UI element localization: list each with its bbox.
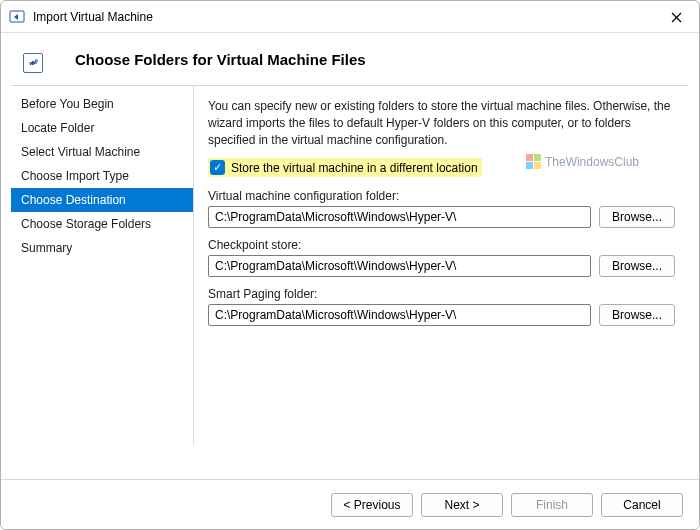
config-folder-input[interactable]	[208, 206, 591, 228]
sidebar-item-summary[interactable]: Summary	[11, 236, 193, 260]
checkpoint-store-group: Checkpoint store: Browse...	[208, 238, 675, 277]
store-different-location-checkbox[interactable]: ✓	[210, 160, 225, 175]
smart-paging-browse-button[interactable]: Browse...	[599, 304, 675, 326]
windows-logo-icon	[526, 154, 541, 169]
header-icon	[23, 53, 43, 73]
smart-paging-input[interactable]	[208, 304, 591, 326]
sidebar-item-before-you-begin[interactable]: Before You Begin	[11, 92, 193, 116]
checkpoint-store-label: Checkpoint store:	[208, 238, 675, 252]
sidebar-item-choose-import-type[interactable]: Choose Import Type	[11, 164, 193, 188]
config-folder-group: Virtual machine configuration folder: Br…	[208, 189, 675, 228]
titlebar: Import Virtual Machine	[1, 1, 699, 33]
app-icon	[9, 9, 25, 25]
sidebar-item-select-vm[interactable]: Select Virtual Machine	[11, 140, 193, 164]
wizard-header: Choose Folders for Virtual Machine Files	[1, 33, 699, 85]
close-icon	[671, 12, 682, 23]
wizard-steps-sidebar: Before You Begin Locate Folder Select Vi…	[11, 85, 193, 445]
sidebar-item-choose-storage-folders[interactable]: Choose Storage Folders	[11, 212, 193, 236]
check-icon: ✓	[213, 162, 222, 173]
window-title: Import Virtual Machine	[33, 10, 153, 24]
store-different-location-row: ✓ Store the virtual machine in a differe…	[208, 158, 482, 177]
wizard-content: You can specify new or existing folders …	[193, 85, 689, 445]
config-folder-browse-button[interactable]: Browse...	[599, 206, 675, 228]
description-text: You can specify new or existing folders …	[208, 98, 675, 148]
finish-button: Finish	[511, 493, 593, 517]
checkpoint-store-input[interactable]	[208, 255, 591, 277]
close-button[interactable]	[653, 1, 699, 33]
sidebar-item-locate-folder[interactable]: Locate Folder	[11, 116, 193, 140]
smart-paging-label: Smart Paging folder:	[208, 287, 675, 301]
cancel-button[interactable]: Cancel	[601, 493, 683, 517]
wizard-footer: < Previous Next > Finish Cancel	[1, 479, 699, 529]
next-button[interactable]: Next >	[421, 493, 503, 517]
page-title: Choose Folders for Virtual Machine Files	[75, 51, 366, 68]
previous-button[interactable]: < Previous	[331, 493, 413, 517]
store-different-location-label: Store the virtual machine in a different…	[231, 161, 478, 175]
watermark: TheWindowsClub	[526, 154, 639, 169]
sidebar-item-choose-destination[interactable]: Choose Destination	[11, 188, 193, 212]
checkpoint-store-browse-button[interactable]: Browse...	[599, 255, 675, 277]
config-folder-label: Virtual machine configuration folder:	[208, 189, 675, 203]
smart-paging-group: Smart Paging folder: Browse...	[208, 287, 675, 326]
watermark-text: TheWindowsClub	[545, 155, 639, 169]
